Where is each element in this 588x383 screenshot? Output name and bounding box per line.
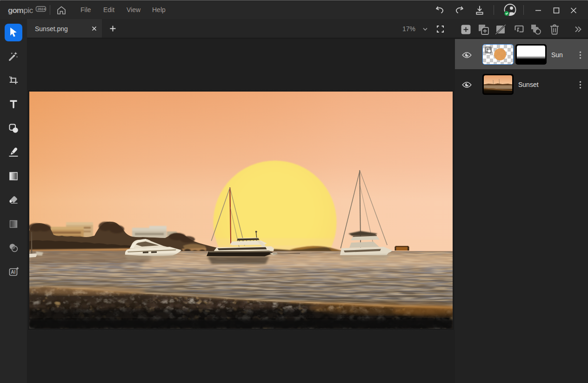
- svg-text:Al: Al: [11, 270, 15, 275]
- svg-text:pic: pic: [24, 6, 33, 15]
- svg-text:2024: 2024: [37, 7, 46, 11]
- svg-text:gom: gom: [8, 6, 24, 15]
